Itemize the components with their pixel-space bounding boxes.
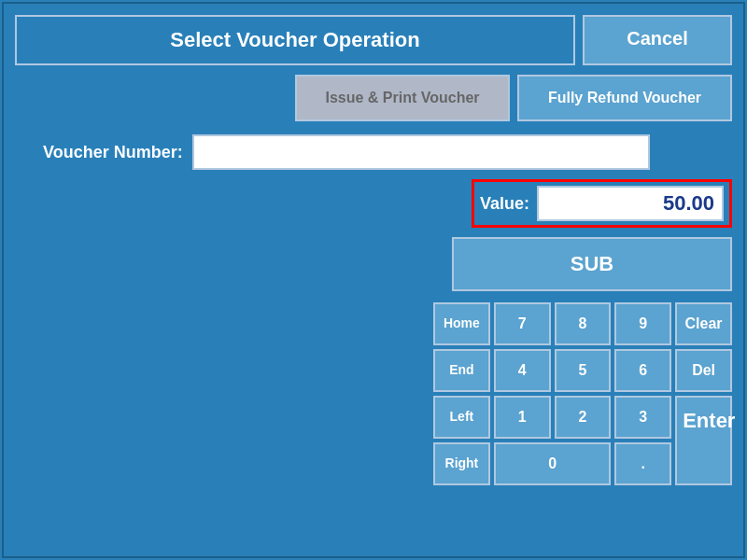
num0-button[interactable]: 0: [494, 442, 612, 485]
main-container: Select Voucher Operation Cancel Issue & …: [2, 2, 745, 558]
value-section: Value:: [472, 179, 732, 228]
header-row: Select Voucher Operation Cancel: [15, 15, 732, 65]
num5-button[interactable]: 5: [555, 349, 612, 392]
numpad: Home 7 8 9 Clear End 4 5 6 Del Left 1 2 …: [433, 302, 732, 485]
del-button[interactable]: Del: [675, 349, 732, 392]
fully-refund-button[interactable]: Fully Refund Voucher: [517, 75, 732, 121]
voucher-number-row: Voucher Number:: [15, 134, 732, 170]
num8-button[interactable]: 8: [555, 302, 612, 345]
num3-button[interactable]: 3: [614, 396, 671, 439]
operation-buttons-row: Issue & Print Voucher Fully Refund Vouch…: [15, 75, 732, 121]
voucher-number-label: Voucher Number:: [43, 143, 183, 162]
enter-button[interactable]: Enter: [675, 396, 732, 485]
sub-button[interactable]: SUB: [452, 237, 732, 291]
num1-button[interactable]: 1: [494, 396, 551, 439]
numpad-container: Home 7 8 9 Clear End 4 5 6 Del Left 1 2 …: [15, 302, 732, 485]
num4-button[interactable]: 4: [494, 349, 551, 392]
page-title: Select Voucher Operation: [15, 15, 575, 65]
cancel-button[interactable]: Cancel: [583, 15, 732, 65]
issue-print-button[interactable]: Issue & Print Voucher: [295, 75, 510, 121]
dot-button[interactable]: .: [614, 442, 671, 485]
right-button[interactable]: Right: [433, 442, 490, 485]
num2-button[interactable]: 2: [555, 396, 612, 439]
num9-button[interactable]: 9: [614, 302, 671, 345]
value-input[interactable]: [537, 186, 724, 221]
num7-button[interactable]: 7: [494, 302, 551, 345]
end-button[interactable]: End: [433, 349, 490, 392]
value-row: Value:: [15, 179, 732, 228]
num6-button[interactable]: 6: [614, 349, 671, 392]
clear-button[interactable]: Clear: [675, 302, 732, 345]
left-button[interactable]: Left: [433, 396, 490, 439]
voucher-number-input[interactable]: [192, 134, 650, 170]
home-button[interactable]: Home: [433, 302, 490, 345]
value-label: Value:: [480, 194, 529, 214]
sub-row: SUB: [15, 237, 732, 291]
